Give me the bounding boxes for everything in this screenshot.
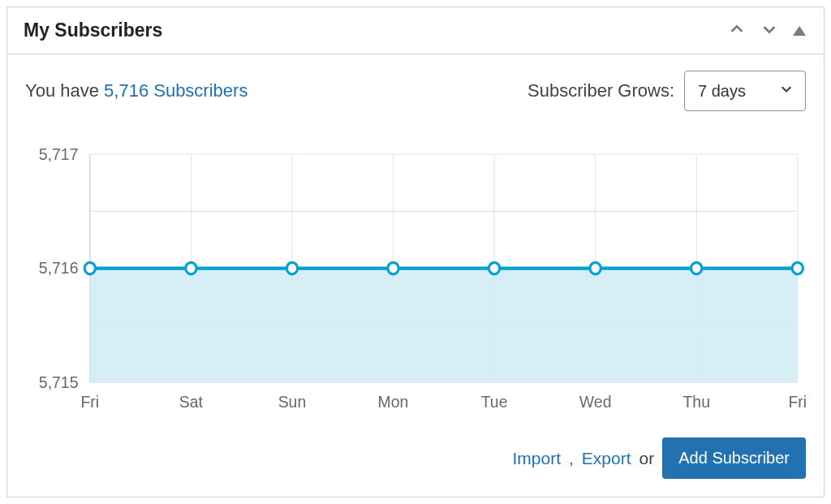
- grows-wrap: Subscriber Grows: 7 days: [527, 71, 806, 111]
- move-up-button[interactable]: [726, 19, 747, 42]
- y-tick-label: 5,717: [39, 145, 79, 163]
- import-link[interactable]: Import: [513, 449, 562, 468]
- subscribers-panel: My Subscribers You have 5,716 Subscriber…: [6, 6, 825, 498]
- x-tick-label: Wed: [579, 392, 612, 411]
- data-point: [489, 262, 499, 274]
- panel-title: My Subscribers: [24, 19, 162, 41]
- data-point: [691, 262, 702, 274]
- data-point: [186, 262, 196, 274]
- data-point: [590, 262, 601, 274]
- panel-body: You have 5,716 Subscribers Subscriber Gr…: [7, 54, 824, 497]
- data-point: [286, 262, 297, 274]
- subscribers-count-link[interactable]: 5,716 Subscribers: [104, 80, 248, 101]
- add-subscriber-button[interactable]: Add Subscriber: [662, 437, 806, 479]
- footer-or: or: [639, 449, 655, 468]
- x-tick-label: Thu: [682, 392, 710, 411]
- chevron-up-icon: [728, 20, 746, 41]
- y-tick-label: 5,716: [39, 259, 79, 278]
- subscriber-growth-chart: 5,7155,7165,717FriSatSunMonTueWedThuFri: [25, 145, 806, 415]
- footer-separator: ,: [569, 449, 574, 468]
- x-tick-label: Fri: [788, 392, 806, 411]
- grows-label: Subscriber Grows:: [527, 80, 674, 101]
- triangle-up-icon: [793, 26, 806, 36]
- grows-range-select[interactable]: 7 days: [684, 71, 806, 111]
- summary-row: You have 5,716 Subscribers Subscriber Gr…: [25, 71, 806, 111]
- data-point: [84, 262, 95, 274]
- x-tick-label: Fri: [80, 392, 99, 411]
- footer-row: Import, Export or Add Subscriber: [25, 437, 806, 479]
- data-point: [792, 262, 803, 274]
- x-tick-label: Sun: [278, 392, 307, 411]
- data-point: [388, 262, 398, 274]
- summary-prefix: You have: [25, 80, 104, 101]
- chevron-down-icon: [760, 20, 778, 41]
- export-link[interactable]: Export: [582, 449, 631, 468]
- y-tick-label: 5,715: [39, 373, 79, 391]
- x-tick-label: Mon: [378, 392, 409, 411]
- chevron-down-icon: [779, 82, 794, 101]
- move-down-button[interactable]: [759, 19, 780, 42]
- collapse-toggle-button[interactable]: [791, 24, 807, 37]
- panel-header: My Subscribers: [7, 7, 824, 54]
- summary-text: You have 5,716 Subscribers: [25, 80, 248, 101]
- panel-header-controls: [726, 19, 807, 42]
- x-tick-label: Tue: [481, 392, 508, 411]
- grows-range-value: 7 days: [698, 82, 746, 101]
- x-tick-label: Sat: [179, 392, 204, 411]
